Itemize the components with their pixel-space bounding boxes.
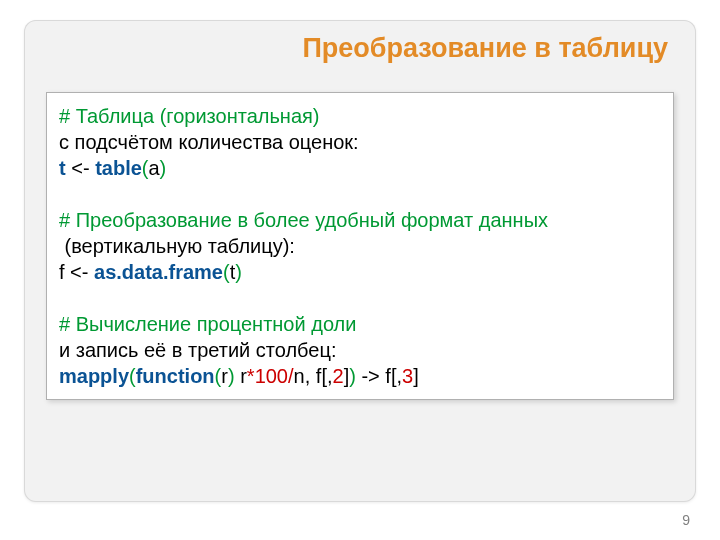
arg-a: a [148, 157, 159, 179]
paren-open: ( [129, 365, 136, 387]
fn-mapply: mapply [59, 365, 129, 387]
code-line: t <- table(a) [59, 155, 661, 181]
kw-function: function [136, 365, 215, 387]
fn-table: table [95, 157, 142, 179]
var-n: n [294, 365, 305, 387]
text-line: (вертикальную таблицу): [59, 233, 661, 259]
arrow-op: -> [356, 365, 385, 387]
code-line: f <- as.data.frame(t) [59, 259, 661, 285]
code-box: # Таблица (горизонтальная) с подсчётом к… [46, 92, 674, 400]
text-line: с подсчётом количества оценок: [59, 129, 661, 155]
comment-line: # Вычисление процентной доли [59, 311, 661, 337]
paren-close: ) [160, 157, 167, 179]
paren-close: ) [228, 365, 235, 387]
comment-line: # Таблица (горизонтальная) [59, 103, 661, 129]
paren-open: ( [223, 261, 230, 283]
paren-close: ) [349, 365, 356, 387]
num-3: 3 [402, 365, 413, 387]
slide-title: Преобразование в таблицу [24, 20, 696, 64]
arrow-op: <- [65, 261, 94, 283]
blank-line [59, 181, 661, 207]
slide-frame: Преобразование в таблицу # Таблица (гори… [24, 20, 696, 502]
text-line: и запись её в третий столбец: [59, 337, 661, 363]
bracket-open: [, [321, 365, 332, 387]
var-r: r [240, 365, 247, 387]
num-100: 100 [255, 365, 288, 387]
bracket-open: [, [391, 365, 402, 387]
op-star: * [247, 365, 255, 387]
comma: , [305, 365, 316, 387]
fn-asdataframe: as.data.frame [94, 261, 223, 283]
page-number: 9 [682, 512, 690, 528]
arg-r: r [221, 365, 228, 387]
paren-close: ) [235, 261, 242, 283]
num-2: 2 [333, 365, 344, 387]
comment-line: # Преобразование в более удобный формат … [59, 207, 661, 233]
var-t: t [59, 157, 66, 179]
arrow-op: <- [66, 157, 95, 179]
blank-line [59, 285, 661, 311]
code-line: mapply(function(r) r*100/n, f[,2]) -> f[… [59, 363, 661, 389]
bracket-close: ] [413, 365, 419, 387]
